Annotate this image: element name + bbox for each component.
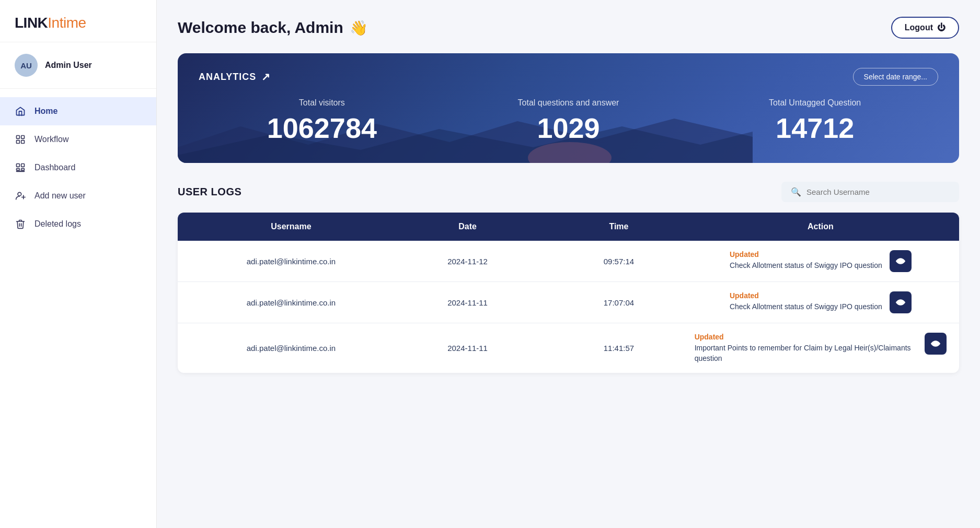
stat-total-visitors-label: Total visitors bbox=[199, 98, 445, 108]
main-content: Welcome back, Admin 👋 Logout ⏻ ANALYTICS… bbox=[157, 0, 980, 528]
col-header-date: Date bbox=[392, 222, 543, 231]
svg-point-9 bbox=[18, 192, 21, 196]
page-title: Welcome back, Admin bbox=[178, 19, 343, 37]
table-row: adi.patel@linkintime.co.in 2024-11-12 09… bbox=[178, 241, 959, 282]
deleted-logs-icon bbox=[15, 218, 26, 230]
logo-link: LINK bbox=[15, 15, 48, 31]
trend-icon: ↗ bbox=[261, 71, 271, 83]
nav-menu: Home Workflow Dashboard Add new user Del… bbox=[0, 89, 156, 528]
user-name: Admin User bbox=[45, 61, 92, 70]
sidebar-item-deleted-logs-label: Deleted logs bbox=[34, 219, 81, 229]
stat-total-qa-value: 1029 bbox=[445, 113, 692, 144]
table-header: Username Date Time Action bbox=[178, 213, 959, 241]
stat-total-visitors-value: 1062784 bbox=[199, 113, 445, 144]
search-icon: 🔍 bbox=[791, 187, 801, 197]
cell-action-2: Updated Check Allotment status of Swiggy… bbox=[695, 291, 947, 313]
sidebar-item-dashboard-label: Dashboard bbox=[34, 163, 75, 172]
col-header-action: Action bbox=[695, 222, 947, 231]
sidebar-item-add-new-user[interactable]: Add new user bbox=[0, 182, 156, 210]
svg-rect-2 bbox=[17, 140, 20, 144]
action-desc-1: Check Allotment status of Swiggy IPO que… bbox=[730, 261, 882, 271]
cell-date-3: 2024-11-11 bbox=[392, 344, 543, 353]
user-logs-table: Username Date Time Action adi.patel@link… bbox=[178, 213, 959, 373]
cell-date-1: 2024-11-12 bbox=[392, 257, 543, 266]
svg-rect-0 bbox=[17, 136, 20, 139]
add-user-icon bbox=[15, 190, 26, 202]
table-row: adi.patel@linkintime.co.in 2024-11-11 17… bbox=[178, 282, 959, 323]
sidebar-item-deleted-logs[interactable]: Deleted logs bbox=[0, 210, 156, 238]
svg-rect-6 bbox=[17, 169, 20, 170]
view-button-3[interactable] bbox=[925, 333, 947, 355]
svg-rect-8 bbox=[17, 171, 25, 172]
action-status-2: Updated bbox=[730, 291, 882, 300]
stat-total-qa-label: Total questions and answer bbox=[445, 98, 692, 108]
action-desc-2: Check Allotment status of Swiggy IPO que… bbox=[730, 302, 882, 312]
eye-icon-2 bbox=[895, 297, 906, 308]
col-header-time: Time bbox=[543, 222, 694, 231]
svg-rect-1 bbox=[21, 136, 25, 139]
cell-time-2: 17:07:04 bbox=[543, 298, 694, 307]
stat-total-visitors: Total visitors 1062784 bbox=[199, 98, 445, 144]
cell-username-3: adi.patel@linkintime.co.in bbox=[190, 344, 392, 353]
action-status-3: Updated bbox=[695, 333, 917, 341]
analytics-stats: Total visitors 1062784 Total questions a… bbox=[199, 98, 938, 144]
logout-button[interactable]: Logout ⏻ bbox=[891, 17, 959, 39]
sidebar-item-home[interactable]: Home bbox=[0, 97, 156, 125]
sidebar-item-workflow[interactable]: Workflow bbox=[0, 125, 156, 154]
action-desc-3: Important Points to remember for Claim b… bbox=[695, 343, 917, 363]
date-range-button[interactable]: Select date range... bbox=[853, 68, 938, 86]
analytics-card: ANALYTICS ↗ Select date range... Total v… bbox=[178, 53, 959, 163]
eye-icon-1 bbox=[895, 256, 906, 266]
sidebar-item-home-label: Home bbox=[34, 107, 57, 116]
wave-emoji: 👋 bbox=[350, 19, 368, 37]
cell-date-2: 2024-11-11 bbox=[392, 298, 543, 307]
svg-rect-5 bbox=[21, 164, 25, 167]
dashboard-icon bbox=[15, 162, 26, 173]
cell-time-3: 11:41:57 bbox=[543, 344, 694, 353]
user-area: AU Admin User bbox=[0, 42, 156, 89]
view-button-1[interactable] bbox=[890, 250, 912, 272]
cell-username-1: adi.patel@linkintime.co.in bbox=[190, 257, 392, 266]
logo-intime: Intime bbox=[48, 15, 86, 31]
page-header: Welcome back, Admin 👋 Logout ⏻ bbox=[178, 17, 959, 39]
analytics-header: ANALYTICS ↗ Select date range... bbox=[199, 68, 938, 86]
action-text-1: Updated Check Allotment status of Swiggy… bbox=[730, 250, 882, 271]
action-text-3: Updated Important Points to remember for… bbox=[695, 333, 917, 363]
power-icon: ⏻ bbox=[937, 23, 946, 32]
sidebar: LINKIntime AU Admin User Home Workflow D… bbox=[0, 0, 157, 528]
stat-untagged-label: Total Untagged Question bbox=[691, 98, 938, 108]
workflow-icon bbox=[15, 134, 26, 145]
eye-icon-3 bbox=[930, 338, 941, 349]
svg-rect-7 bbox=[21, 169, 25, 170]
sidebar-item-dashboard[interactable]: Dashboard bbox=[0, 154, 156, 182]
logout-label: Logout bbox=[905, 23, 933, 32]
svg-point-14 bbox=[899, 301, 902, 304]
cell-action-1: Updated Check Allotment status of Swiggy… bbox=[695, 250, 947, 272]
sidebar-item-add-new-user-label: Add new user bbox=[34, 191, 86, 201]
svg-point-15 bbox=[935, 343, 937, 345]
svg-rect-3 bbox=[21, 140, 25, 144]
view-button-2[interactable] bbox=[890, 291, 912, 313]
stat-total-qa: Total questions and answer 1029 bbox=[445, 98, 692, 144]
search-input[interactable] bbox=[806, 187, 950, 196]
search-box: 🔍 bbox=[781, 182, 959, 202]
svg-point-13 bbox=[899, 260, 902, 263]
stat-untagged-value: 14712 bbox=[691, 113, 938, 144]
table-row: adi.patel@linkintime.co.in 2024-11-11 11… bbox=[178, 323, 959, 373]
stat-untagged: Total Untagged Question 14712 bbox=[691, 98, 938, 144]
logo: LINKIntime bbox=[15, 15, 142, 31]
sidebar-item-workflow-label: Workflow bbox=[34, 135, 69, 144]
home-icon bbox=[15, 105, 26, 117]
action-status-1: Updated bbox=[730, 250, 882, 259]
col-header-username: Username bbox=[190, 222, 392, 231]
svg-rect-4 bbox=[17, 164, 20, 167]
cell-action-3: Updated Important Points to remember for… bbox=[695, 333, 947, 363]
cell-time-1: 09:57:14 bbox=[543, 257, 694, 266]
section-title: USER LOGS bbox=[178, 186, 241, 198]
section-header: USER LOGS 🔍 bbox=[178, 182, 959, 202]
analytics-title: ANALYTICS ↗ bbox=[199, 71, 271, 83]
cell-username-2: adi.patel@linkintime.co.in bbox=[190, 298, 392, 307]
logo-area: LINKIntime bbox=[0, 0, 156, 42]
avatar: AU bbox=[15, 54, 38, 77]
action-text-2: Updated Check Allotment status of Swiggy… bbox=[730, 291, 882, 312]
